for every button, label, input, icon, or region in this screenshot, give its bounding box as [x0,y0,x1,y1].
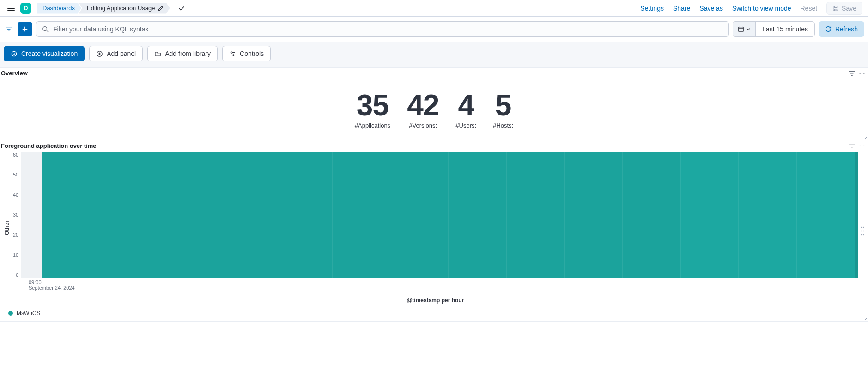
create-visualization-button[interactable]: Create visualization [4,46,85,61]
filter-toggle-button[interactable] [4,22,14,36]
chart-bar[interactable] [448,152,506,278]
global-header: D Dashboards Editing Application Usage S… [0,0,868,17]
panel-options-icon[interactable] [859,143,865,149]
metric-label: #Versions: [407,122,439,129]
add-filter-button[interactable] [18,22,32,36]
folder-icon [154,50,161,57]
metric: 4#Users: [455,91,476,129]
legend-label: MsWnOS [17,310,40,316]
svg-point-10 [863,73,864,73]
svg-point-14 [861,226,862,227]
app-badge[interactable]: D [20,3,31,14]
svg-point-19 [863,234,864,235]
refresh-icon [825,26,832,32]
save-icon [832,5,839,12]
y-tick: 60 [13,152,18,158]
svg-point-8 [859,73,860,73]
metric-label: #Hosts: [493,122,513,129]
chart-legend: MsWnOS [0,307,868,321]
metric-value: 4 [455,91,476,120]
y-tick: 0 [16,272,18,278]
breadcrumbs: Dashboards Editing Application Usage [37,3,170,14]
save-as-link[interactable]: Save as [699,5,723,12]
chart-bar[interactable] [390,152,448,278]
save-button: Save [826,2,862,15]
filter-icon [6,26,12,32]
settings-link[interactable]: Settings [640,5,664,12]
metric: 5#Hosts: [493,91,513,129]
panel-filter-icon[interactable] [849,70,855,77]
panel-options-icon[interactable] [859,70,865,77]
check-icon[interactable] [178,5,185,12]
breadcrumb-current[interactable]: Editing Application Usage [79,3,170,14]
metric-value: 42 [407,91,439,120]
nav-menu-icon[interactable] [6,3,17,14]
chart-bar[interactable] [158,152,216,278]
chevron-down-icon [746,27,751,31]
calendar-quick-select[interactable] [733,22,756,36]
chart-bar[interactable] [506,152,565,278]
svg-point-4 [13,53,15,55]
chart-bar[interactable] [796,152,855,278]
panel-filter-icon[interactable] [849,143,855,149]
chart-bar[interactable] [332,152,390,278]
y-tick: 10 [13,252,18,258]
chart-bar[interactable] [855,152,858,278]
chart-bar[interactable] [622,152,680,278]
controls-button[interactable]: Controls [222,46,271,61]
add-panel-button[interactable]: Add panel [89,46,143,61]
svg-point-18 [861,234,862,235]
svg-rect-2 [739,27,744,32]
breadcrumb-root[interactable]: Dashboards [37,3,81,14]
chart-bar[interactable] [564,152,622,278]
search-icon [42,26,49,32]
svg-rect-0 [833,6,838,11]
overview-panel-header: Overview [0,68,868,77]
resize-handle-icon[interactable] [862,134,867,139]
header-left: D Dashboards Editing Application Usage [6,3,185,14]
chart-bar[interactable] [100,152,158,278]
chart-bar[interactable] [42,152,100,278]
svg-point-11 [859,145,860,146]
header-right: Settings Share Save as Switch to view mo… [640,2,862,15]
kql-input[interactable] [53,25,723,33]
reset-link: Reset [801,5,818,12]
x-tick-time: 09:00 [29,280,75,285]
kql-search[interactable] [36,21,729,37]
plus-circle-icon [96,50,103,57]
add-from-library-button[interactable]: Add from library [147,46,218,61]
x-axis-title: @timestamp per hour [13,297,858,304]
chart-bar[interactable] [738,152,796,278]
metric: 35#Applications [355,91,390,129]
chart-bar[interactable] [216,152,274,278]
refresh-button[interactable]: Refresh [819,21,864,37]
chart-bar[interactable] [274,152,332,278]
time-range-picker[interactable]: Last 15 minutes [733,21,815,37]
svg-point-17 [863,230,864,231]
metric-label: #Applications [355,122,390,129]
svg-point-7 [233,54,234,55]
y-axis-title: Other [4,220,10,235]
svg-point-9 [862,73,862,73]
chart-plot-area[interactable] [21,152,858,278]
switch-view-link[interactable]: Switch to view mode [732,5,791,12]
svg-point-12 [862,145,862,146]
metric-value: 35 [355,91,390,120]
dashboard-toolbar: Create visualization Add panel Add from … [0,42,868,67]
calendar-icon [738,26,744,32]
share-link[interactable]: Share [673,5,690,12]
time-range-display[interactable]: Last 15 minutes [756,22,814,36]
svg-point-13 [863,145,864,146]
chart-panel-header: Foreground application over time [0,140,868,149]
panel-drag-handle-icon[interactable] [861,225,864,237]
y-tick: 40 [13,192,18,198]
metric-value: 5 [493,91,513,120]
svg-point-6 [231,52,232,53]
sliders-icon [229,50,236,57]
resize-handle-icon[interactable] [862,316,867,320]
pencil-icon [158,6,164,11]
svg-point-1 [43,27,47,31]
legend-swatch [8,311,13,316]
svg-point-15 [863,226,864,227]
chart-bar[interactable] [680,152,739,278]
